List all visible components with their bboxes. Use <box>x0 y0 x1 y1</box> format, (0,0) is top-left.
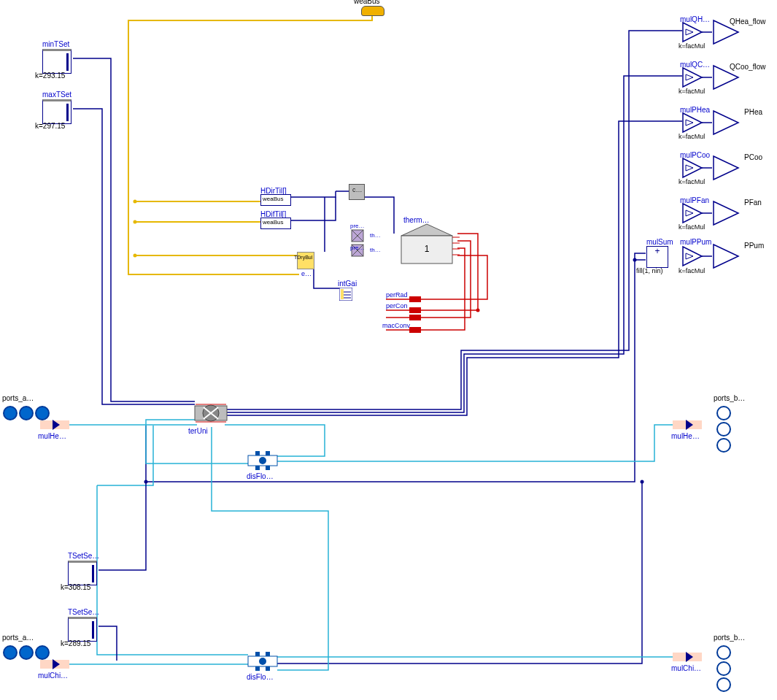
svg-rect-18 <box>255 451 260 455</box>
svg-point-2 <box>134 254 137 258</box>
ports-a2-label: ports_a… <box>2 634 34 642</box>
mulqc-k: k=facMul <box>679 88 705 95</box>
mulchi-out-arrow-icon <box>686 652 693 662</box>
svg-point-3 <box>476 309 480 312</box>
c-label: c… <box>352 186 363 193</box>
mulqc-label: mulQC… <box>680 61 710 69</box>
intgai-label: intGai <box>338 280 357 288</box>
percon-label: perCon <box>386 302 408 309</box>
hdiftil-weabus: weaBus <box>263 219 283 226</box>
hdirtil-weabus: weaBus <box>263 196 283 202</box>
svg-point-0 <box>134 200 137 204</box>
perrad-label: perRad <box>386 291 408 299</box>
macconv-label: macConv <box>382 322 410 329</box>
pre1-label: pre… <box>350 223 365 229</box>
disflo1-block[interactable] <box>247 451 279 473</box>
mulqh-label: mulQH… <box>680 15 710 23</box>
svg-rect-25 <box>266 652 270 656</box>
mulsum-fill: fill(1, nin) <box>636 267 663 274</box>
tsetse1-block[interactable] <box>68 561 97 585</box>
svg-rect-20 <box>255 466 260 470</box>
svg-marker-29 <box>401 224 452 236</box>
svg-rect-5 <box>409 307 421 313</box>
svg-rect-24 <box>255 652 260 656</box>
ports-a1-label: ports_a… <box>2 394 34 402</box>
svg-point-28 <box>259 658 266 665</box>
mulhe-in-label: mulHe… <box>38 432 66 440</box>
svg-point-22 <box>259 457 266 464</box>
therm-label: therm… <box>403 216 430 224</box>
disflo2-label: disFlo… <box>247 673 274 681</box>
mulhe-out-arrow-icon <box>686 420 693 430</box>
qhea-label: QHea_flow <box>730 18 765 26</box>
wires-layer <box>0 0 777 700</box>
svg-rect-4 <box>409 296 421 302</box>
disflo1-label: disFlo… <box>247 472 274 480</box>
tdrybul-label: TDryBul <box>294 255 312 260</box>
svg-rect-21 <box>266 466 270 470</box>
svg-rect-26 <box>255 666 260 671</box>
mintset-label: minTSet <box>42 40 69 48</box>
mulpfan-label: mulPFan <box>680 196 709 204</box>
tsetse1-k: k=308.15 <box>61 583 90 591</box>
mulphea-k: k=facMul <box>679 133 705 140</box>
svg-rect-43 <box>341 289 344 299</box>
mulpcoo-label: mulPCoo <box>680 151 710 159</box>
mulsum-label: mulSum <box>646 238 673 246</box>
ports-a-cooling[interactable] <box>3 645 50 660</box>
mulpfan-k: k=facMul <box>679 223 705 231</box>
mulphea-label: mulPHea <box>680 106 710 114</box>
svg-point-8 <box>633 258 637 262</box>
teruni-label: terUni <box>188 427 208 435</box>
pcoo-label: PCoo <box>744 153 762 161</box>
ports-b-cooling[interactable] <box>716 645 731 692</box>
intgai-block[interactable] <box>339 288 352 301</box>
pre2-label: pre… <box>350 245 365 251</box>
mulqh-k: k=facMul <box>679 42 705 50</box>
mulppum-k: k=facMul <box>679 267 705 274</box>
mulchi-in-label: mulChi… <box>38 672 68 680</box>
phea-label: PHea <box>744 108 762 116</box>
ports-b2-label: ports_b… <box>714 634 745 642</box>
maxtset-k: k=297.15 <box>35 122 65 130</box>
pfan-label: PFan <box>744 199 762 207</box>
e-label: e… <box>301 270 312 277</box>
tsetse1-label: TSetSe… <box>68 552 99 560</box>
svg-rect-7 <box>409 327 421 333</box>
weabus-connector[interactable] <box>361 6 384 16</box>
svg-point-10 <box>144 480 148 484</box>
diagram-canvas: weaBus minTSet k=293.15 maxTSet k=297.15… <box>0 0 777 700</box>
svg-text:1: 1 <box>425 244 430 254</box>
mulsum-block[interactable]: + <box>646 246 668 268</box>
svg-rect-19 <box>266 451 270 455</box>
mintset-k: k=293.15 <box>35 72 65 80</box>
tsetse2-k: k=289.15 <box>61 639 90 647</box>
maxtset-label: maxTSet <box>42 91 71 99</box>
th2-label: th… <box>370 247 381 253</box>
mulchi-in-arrow-icon <box>53 659 60 669</box>
disflo2-block[interactable] <box>247 652 279 674</box>
ports-b1-label: ports_b… <box>714 394 745 402</box>
mulpcoo-k: k=facMul <box>679 178 705 185</box>
mulhe-out-label: mulHe… <box>671 432 700 440</box>
svg-point-1 <box>134 220 137 224</box>
th1-label: th… <box>370 232 381 239</box>
svg-point-9 <box>641 480 644 484</box>
qcoo-label: QCoo_flow <box>730 63 765 71</box>
mulppum-label: mulPPum <box>680 238 711 246</box>
svg-rect-27 <box>266 666 270 671</box>
mulchi-out-label: mulChi… <box>671 664 701 672</box>
ports-a-heating[interactable] <box>3 406 50 420</box>
weabus-label: weaBus <box>354 0 380 5</box>
mintset-block[interactable] <box>42 49 71 74</box>
tsetse2-label: TSetSe… <box>68 608 99 616</box>
teruni-block[interactable] <box>193 400 228 426</box>
tsetse2-block[interactable] <box>68 617 97 642</box>
thermal-zone-block[interactable]: 1 <box>394 223 460 266</box>
mulhe-in-arrow-icon <box>53 420 60 430</box>
maxtset-block[interactable] <box>42 99 71 124</box>
svg-rect-6 <box>409 315 421 320</box>
ports-b-heating[interactable] <box>716 406 731 453</box>
ppum-label: PPum <box>744 242 764 250</box>
